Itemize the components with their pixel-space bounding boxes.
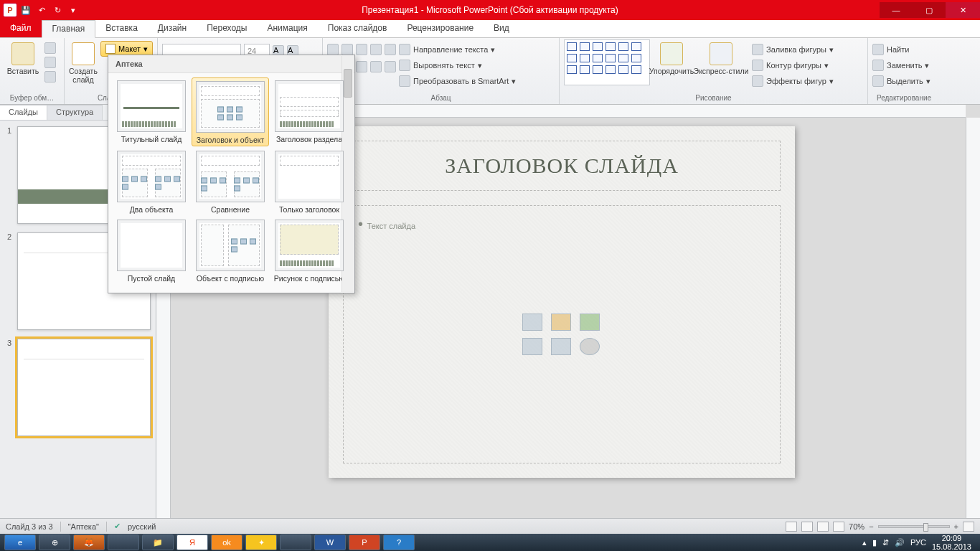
layout-item-title-content[interactable]: Заголовок и объект <box>192 77 269 146</box>
insert-picture-icon[interactable] <box>522 338 542 355</box>
slide-thumb-3[interactable]: 3 <box>0 334 156 441</box>
zoom-out-icon[interactable]: − <box>869 522 873 531</box>
shape-outline-button[interactable]: Контур фигуры▾ <box>752 60 834 71</box>
shape-icon[interactable] <box>580 54 590 62</box>
minimize-button[interactable]: — <box>880 2 913 18</box>
zoom-in-icon[interactable]: + <box>954 522 958 531</box>
shape-icon[interactable] <box>580 65 590 74</box>
smartart-button[interactable]: Преобразовать в SmartArt▾ <box>399 75 516 87</box>
find-button[interactable]: Найти <box>872 44 930 55</box>
cut-icon[interactable] <box>44 42 56 54</box>
numbering-icon[interactable] <box>341 44 353 55</box>
layout-item-picture-caption[interactable]: Рисунок с подписью <box>270 217 348 284</box>
text-direction-button[interactable]: Направление текста▾ <box>399 44 516 55</box>
columns-icon[interactable] <box>385 61 396 72</box>
vertical-ruler-right[interactable] <box>966 118 980 518</box>
shape-icon[interactable] <box>567 54 577 62</box>
shape-icon[interactable] <box>593 54 603 62</box>
decrease-indent-icon[interactable] <box>356 44 367 55</box>
taskbar-yandex-icon[interactable]: Я <box>176 534 208 550</box>
normal-view-icon[interactable] <box>786 522 797 532</box>
taskbar-firefox-icon[interactable]: 🦊 <box>73 534 105 550</box>
qat-customize-icon[interactable]: ▾ <box>66 3 80 17</box>
tray-language[interactable]: РУС <box>910 538 926 547</box>
justify-icon[interactable] <box>370 61 382 72</box>
shape-icon[interactable] <box>618 54 628 62</box>
tab-view[interactable]: Вид <box>484 20 519 37</box>
undo-icon[interactable]: ↶ <box>34 3 49 17</box>
layout-item-two-content[interactable]: Два объекта <box>113 148 190 215</box>
tab-transitions[interactable]: Переходы <box>197 20 257 37</box>
taskbar-ie-icon[interactable]: e <box>4 534 36 550</box>
shape-icon[interactable] <box>618 42 628 51</box>
taskbar-app-icon[interactable] <box>280 534 311 550</box>
shape-fill-button[interactable]: Заливка фигуры▾ <box>752 44 834 55</box>
increase-indent-icon[interactable] <box>370 44 382 55</box>
format-painter-icon[interactable] <box>44 71 56 83</box>
shape-oval-icon[interactable] <box>606 42 616 51</box>
title-placeholder[interactable]: ЗАГОЛОВОК СЛАЙДА <box>343 141 781 191</box>
quick-styles-button[interactable]: Экспресс-стили <box>693 39 749 75</box>
layout-item-section-header[interactable]: Заголовок раздела <box>270 77 348 146</box>
tab-review[interactable]: Рецензирование <box>397 20 484 37</box>
insert-smartart-icon[interactable] <box>580 314 600 331</box>
copy-icon[interactable] <box>44 57 56 68</box>
shape-rect-icon[interactable] <box>593 42 603 51</box>
insert-chart-icon[interactable] <box>551 314 571 331</box>
side-tab-slides[interactable]: Слайды <box>0 105 47 120</box>
tab-design[interactable]: Дизайн <box>148 20 197 37</box>
maximize-button[interactable]: ▢ <box>913 2 946 18</box>
paste-button[interactable]: Вставить <box>4 39 42 75</box>
line-spacing-icon[interactable] <box>385 44 396 55</box>
redo-icon[interactable]: ↻ <box>50 3 65 17</box>
tray-up-icon[interactable]: ▴ <box>862 538 867 547</box>
content-placeholder[interactable]: • Текст слайда <box>343 205 781 463</box>
align-right-icon[interactable] <box>356 61 367 72</box>
shape-arrow-icon[interactable] <box>580 42 590 51</box>
taskbar-ok-icon[interactable]: ok <box>211 534 242 550</box>
file-tab[interactable]: Файл <box>0 20 42 37</box>
shape-icon[interactable] <box>606 54 616 62</box>
taskbar-word-icon[interactable]: W <box>314 534 346 550</box>
layout-item-blank[interactable]: Пустой слайд <box>113 217 190 284</box>
align-text-button[interactable]: Выровнять текст▾ <box>399 60 516 71</box>
arrange-button[interactable]: Упорядочить <box>653 39 690 75</box>
spellcheck-icon[interactable]: ✔ <box>114 522 121 531</box>
insert-table-icon[interactable] <box>522 314 542 331</box>
shape-icon[interactable] <box>631 54 641 62</box>
close-button[interactable]: ✕ <box>946 2 980 18</box>
taskbar-app-icon[interactable] <box>108 534 139 550</box>
taskbar-hp-icon[interactable]: ⊕ <box>39 534 70 550</box>
layout-item-content-caption[interactable]: Объект с подписью <box>192 217 269 284</box>
shape-icon[interactable] <box>618 65 628 74</box>
shape-icon[interactable] <box>593 65 603 74</box>
tray-network-icon[interactable]: ⇵ <box>882 538 889 547</box>
tray-volume-icon[interactable]: 🔊 <box>895 538 905 547</box>
fit-window-icon[interactable] <box>963 522 974 532</box>
insert-media-icon[interactable] <box>580 338 600 355</box>
insert-clipart-icon[interactable] <box>551 338 571 355</box>
taskbar-powerpoint-icon[interactable]: P <box>349 534 380 550</box>
scrollbar-thumb[interactable] <box>344 69 352 98</box>
tab-animations[interactable]: Анимация <box>257 20 317 37</box>
replace-button[interactable]: Заменить▾ <box>872 60 930 71</box>
layout-item-title-only[interactable]: Только заголовок <box>270 148 348 215</box>
taskbar-app-icon[interactable]: ✦ <box>245 534 277 550</box>
tab-insert[interactable]: Вставка <box>95 20 148 37</box>
shape-icon[interactable] <box>631 65 641 74</box>
tab-home[interactable]: Главная <box>42 20 96 38</box>
shape-line-icon[interactable] <box>567 42 577 51</box>
shape-icon[interactable] <box>631 42 641 51</box>
layout-item-title-slide[interactable]: Титульный слайд <box>113 77 190 146</box>
shape-icon[interactable] <box>567 65 577 74</box>
tab-slideshow[interactable]: Показ слайдов <box>318 20 397 37</box>
shape-effects-button[interactable]: Эффекты фигур▾ <box>752 75 834 87</box>
zoom-slider[interactable] <box>878 525 950 528</box>
slide-canvas[interactable]: ЗАГОЛОВОК СЛАЙДА • Текст слайда <box>329 126 795 478</box>
status-language[interactable]: русский <box>128 522 156 531</box>
shape-icon[interactable] <box>606 65 616 74</box>
layout-item-comparison[interactable]: Сравнение <box>192 148 269 215</box>
bullets-icon[interactable] <box>327 44 339 55</box>
zoom-handle[interactable] <box>923 523 928 532</box>
taskbar-help-icon[interactable]: ? <box>383 534 415 550</box>
